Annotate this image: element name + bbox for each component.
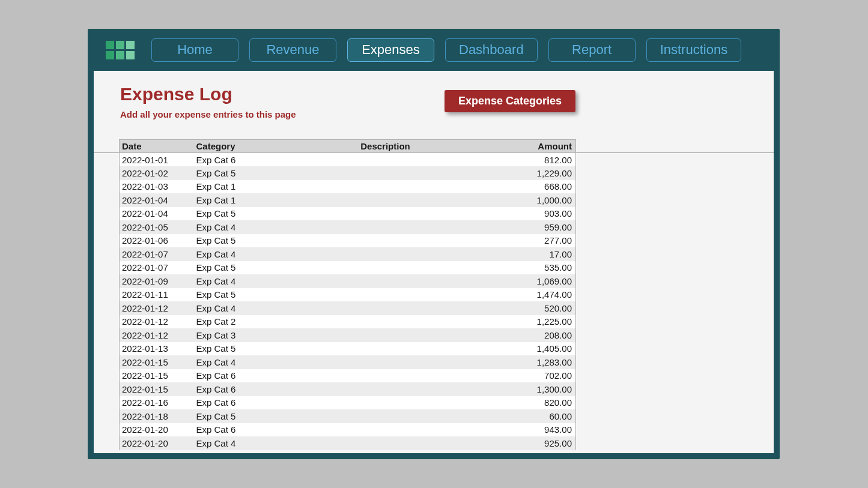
cell-category[interactable]: Exp Cat 6 (194, 382, 272, 396)
cell-category[interactable]: Exp Cat 4 (194, 220, 272, 234)
cell-amount[interactable]: 903.00 (500, 207, 576, 221)
cell-category[interactable]: Exp Cat 5 (194, 409, 272, 423)
cell-description[interactable] (272, 180, 500, 194)
cell-category[interactable]: Exp Cat 6 (194, 153, 272, 167)
cell-category[interactable]: Exp Cat 2 (194, 315, 272, 329)
nav-tab-expenses[interactable]: Expenses (347, 38, 434, 62)
cell-category[interactable]: Exp Cat 6 (194, 369, 272, 383)
cell-date[interactable]: 2022-01-12 (120, 315, 194, 329)
table-row[interactable]: 2022-01-16Exp Cat 6820.00 (120, 396, 576, 410)
cell-date[interactable]: 2022-01-15 (120, 369, 194, 383)
cell-category[interactable]: Exp Cat 6 (194, 423, 272, 437)
col-header-amount[interactable]: Amount (500, 140, 576, 153)
cell-date[interactable]: 2022-01-11 (120, 288, 194, 302)
cell-date[interactable]: 2022-01-20 (120, 423, 194, 437)
cell-date[interactable]: 2022-01-18 (120, 409, 194, 423)
cell-category[interactable]: Exp Cat 5 (194, 166, 272, 180)
nav-tab-revenue[interactable]: Revenue (249, 38, 336, 62)
cell-date[interactable]: 2022-01-15 (120, 382, 194, 396)
cell-category[interactable]: Exp Cat 5 (194, 207, 272, 221)
cell-date[interactable]: 2022-01-13 (120, 342, 194, 356)
cell-date[interactable]: 2022-01-12 (120, 328, 194, 342)
table-row[interactable]: 2022-01-20Exp Cat 4925.00 (120, 436, 576, 450)
table-row[interactable]: 2022-01-12Exp Cat 4520.00 (120, 301, 576, 315)
cell-category[interactable]: Exp Cat 1 (194, 180, 272, 194)
cell-category[interactable]: Exp Cat 4 (194, 436, 272, 450)
nav-tab-instructions[interactable]: Instructions (646, 38, 742, 62)
cell-amount[interactable]: 925.00 (500, 436, 576, 450)
col-header-category[interactable]: Category (194, 140, 272, 153)
cell-description[interactable] (272, 301, 500, 315)
cell-date[interactable]: 2022-01-01 (120, 153, 194, 167)
table-row[interactable]: 2022-01-09Exp Cat 41,069.00 (120, 274, 576, 288)
table-row[interactable]: 2022-01-07Exp Cat 417.00 (120, 247, 576, 261)
cell-date[interactable]: 2022-01-04 (120, 193, 194, 207)
cell-description[interactable] (272, 193, 500, 207)
cell-date[interactable]: 2022-01-03 (120, 180, 194, 194)
cell-description[interactable] (272, 166, 500, 180)
cell-amount[interactable]: 1,405.00 (500, 342, 576, 356)
table-row[interactable]: 2022-01-20Exp Cat 6943.00 (120, 423, 576, 437)
cell-date[interactable]: 2022-01-12 (120, 301, 194, 315)
cell-category[interactable]: Exp Cat 6 (194, 396, 272, 410)
cell-description[interactable] (272, 369, 500, 383)
cell-description[interactable] (272, 274, 500, 288)
cell-description[interactable] (272, 355, 500, 369)
cell-date[interactable]: 2022-01-09 (120, 274, 194, 288)
cell-date[interactable]: 2022-01-06 (120, 234, 194, 248)
cell-amount[interactable]: 668.00 (500, 180, 576, 194)
table-row[interactable]: 2022-01-15Exp Cat 61,300.00 (120, 382, 576, 396)
cell-amount[interactable]: 277.00 (500, 234, 576, 248)
cell-date[interactable]: 2022-01-07 (120, 261, 194, 275)
cell-description[interactable] (272, 288, 500, 302)
cell-amount[interactable]: 535.00 (500, 261, 576, 275)
table-row[interactable]: 2022-01-15Exp Cat 6702.00 (120, 369, 576, 383)
cell-category[interactable]: Exp Cat 5 (194, 342, 272, 356)
nav-tab-home[interactable]: Home (151, 38, 238, 62)
table-row[interactable]: 2022-01-06Exp Cat 5277.00 (120, 234, 576, 248)
cell-description[interactable] (272, 436, 500, 450)
table-row[interactable]: 2022-01-02Exp Cat 51,229.00 (120, 166, 576, 180)
cell-description[interactable] (272, 409, 500, 423)
cell-amount[interactable]: 1,300.00 (500, 382, 576, 396)
cell-amount[interactable]: 1,069.00 (500, 274, 576, 288)
cell-amount[interactable]: 17.00 (500, 247, 576, 261)
cell-date[interactable]: 2022-01-07 (120, 247, 194, 261)
cell-category[interactable]: Exp Cat 3 (194, 328, 272, 342)
cell-description[interactable] (272, 234, 500, 248)
cell-description[interactable] (272, 247, 500, 261)
table-row[interactable]: 2022-01-07Exp Cat 5535.00 (120, 261, 576, 275)
cell-amount[interactable]: 820.00 (500, 396, 576, 410)
cell-description[interactable] (272, 153, 500, 167)
table-row[interactable]: 2022-01-05Exp Cat 4959.00 (120, 220, 576, 234)
table-row[interactable]: 2022-01-12Exp Cat 3208.00 (120, 328, 576, 342)
cell-category[interactable]: Exp Cat 4 (194, 355, 272, 369)
cell-description[interactable] (272, 423, 500, 437)
nav-tab-dashboard[interactable]: Dashboard (445, 38, 538, 62)
cell-amount[interactable]: 1,225.00 (500, 315, 576, 329)
cell-amount[interactable]: 943.00 (500, 423, 576, 437)
cell-amount[interactable]: 1,474.00 (500, 288, 576, 302)
table-row[interactable]: 2022-01-11Exp Cat 51,474.00 (120, 288, 576, 302)
col-header-date[interactable]: Date (120, 140, 194, 153)
cell-date[interactable]: 2022-01-15 (120, 355, 194, 369)
expense-categories-button[interactable]: Expense Categories (445, 90, 575, 112)
cell-category[interactable]: Exp Cat 5 (194, 234, 272, 248)
cell-category[interactable]: Exp Cat 5 (194, 288, 272, 302)
cell-amount[interactable]: 208.00 (500, 328, 576, 342)
cell-category[interactable]: Exp Cat 4 (194, 247, 272, 261)
table-row[interactable]: 2022-01-04Exp Cat 5903.00 (120, 207, 576, 221)
cell-amount[interactable]: 1,000.00 (500, 193, 576, 207)
cell-description[interactable] (272, 261, 500, 275)
cell-description[interactable] (272, 207, 500, 221)
cell-description[interactable] (272, 315, 500, 329)
cell-date[interactable]: 2022-01-20 (120, 436, 194, 450)
table-row[interactable]: 2022-01-15Exp Cat 41,283.00 (120, 355, 576, 369)
cell-description[interactable] (272, 382, 500, 396)
table-row[interactable]: 2022-01-04Exp Cat 11,000.00 (120, 193, 576, 207)
cell-amount[interactable]: 959.00 (500, 220, 576, 234)
cell-description[interactable] (272, 328, 500, 342)
cell-category[interactable]: Exp Cat 1 (194, 193, 272, 207)
cell-description[interactable] (272, 342, 500, 356)
cell-amount[interactable]: 1,283.00 (500, 355, 576, 369)
